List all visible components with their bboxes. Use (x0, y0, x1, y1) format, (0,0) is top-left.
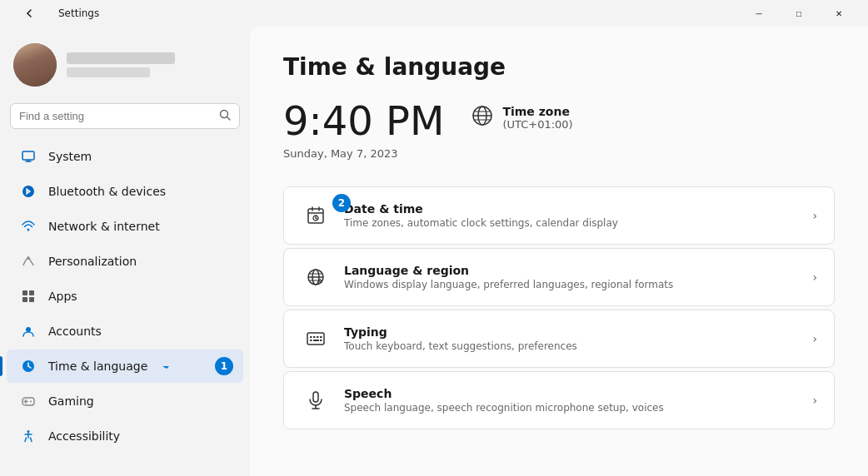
svg-line-35 (316, 218, 317, 219)
current-time: 9:40 PM (283, 101, 444, 141)
titlebar-left: Settings (10, 0, 99, 27)
sidebar-item-time-label: Time & language (48, 359, 147, 373)
sidebar-item-network-label: Network & internet (48, 220, 160, 233)
sidebar: System Bluetooth & devices Network & (0, 27, 250, 476)
card-speech-text: Speech Speech language, speech recogniti… (344, 387, 806, 414)
page-title: Time & language (283, 53, 835, 81)
badge-arrow-icon (162, 360, 174, 372)
profile-name (67, 52, 175, 64)
svg-rect-47 (310, 340, 312, 341)
sidebar-item-system-label: System (48, 150, 92, 163)
card-language-region-text: Language & region Windows display langua… (344, 264, 806, 290)
search-input[interactable] (19, 110, 212, 122)
minimize-button[interactable]: ─ (740, 0, 778, 27)
svg-rect-43 (310, 336, 312, 338)
card-typing-desc: Touch keyboard, text suggestions, prefer… (344, 340, 806, 352)
back-button[interactable] (10, 0, 48, 27)
svg-rect-8 (22, 290, 27, 295)
svg-point-12 (26, 327, 31, 332)
svg-point-7 (27, 256, 30, 260)
sidebar-item-gaming[interactable]: Gaming (7, 384, 243, 418)
time-badge: 1 (215, 357, 233, 375)
svg-rect-49 (320, 340, 322, 341)
svg-rect-46 (320, 336, 322, 338)
timezone-info: Time zone (UTC+01:00) (471, 101, 572, 131)
search-box[interactable] (10, 103, 240, 129)
sidebar-item-system[interactable]: System (7, 140, 243, 173)
svg-rect-45 (317, 336, 319, 338)
timezone-value: (UTC+01:00) (502, 118, 572, 131)
system-icon (20, 148, 37, 165)
card-speech-title: Speech (344, 387, 806, 400)
timezone-icon (471, 104, 494, 131)
svg-rect-48 (313, 340, 319, 341)
svg-rect-11 (29, 297, 34, 302)
card-typing-title: Typing (344, 325, 806, 339)
profile-section (0, 33, 250, 100)
svg-rect-42 (307, 333, 324, 345)
sidebar-item-personalization-label: Personalization (48, 255, 137, 268)
timezone-text: Time zone (UTC+01:00) (502, 105, 572, 131)
card-typing-text: Typing Touch keyboard, text suggestions,… (344, 325, 806, 352)
sidebar-item-apps-label: Apps (48, 290, 77, 303)
svg-point-20 (30, 401, 32, 403)
sidebar-item-bluetooth-label: Bluetooth & devices (48, 185, 166, 198)
card-typing[interactable]: Typing Touch keyboard, text suggestions,… (283, 310, 835, 368)
card-date-time-icon-wrapper: 2 (301, 201, 344, 231)
svg-point-6 (27, 229, 30, 231)
svg-rect-10 (22, 297, 27, 302)
date-time-badge: 2 (332, 194, 351, 212)
network-icon (20, 218, 37, 235)
maximize-button[interactable]: □ (780, 0, 818, 27)
svg-rect-9 (29, 290, 34, 295)
card-date-time[interactable]: 2 Date & time Time zones, automatic cloc… (283, 186, 835, 245)
timezone-label: Time zone (502, 105, 572, 118)
svg-text:A: A (318, 278, 322, 284)
sidebar-item-personalization[interactable]: Personalization (7, 245, 243, 278)
card-language-region-desc: Windows display language, preferred lang… (344, 279, 806, 290)
sidebar-item-accessibility-label: Accessibility (48, 429, 120, 443)
sidebar-item-accessibility[interactable]: Accessibility (7, 419, 243, 453)
personalization-icon (20, 253, 37, 270)
search-icon (219, 109, 231, 123)
sidebar-item-accounts[interactable]: Accounts (7, 315, 243, 348)
card-date-time-desc: Time zones, automatic clock settings, ca… (344, 217, 806, 229)
card-speech[interactable]: Speech Speech language, speech recogniti… (283, 371, 835, 429)
svg-line-1 (227, 117, 231, 121)
accounts-icon (20, 323, 37, 340)
sidebar-item-accounts-label: Accounts (48, 325, 102, 338)
card-language-region-title: Language & region (344, 264, 806, 277)
language-region-icon: A (301, 262, 331, 292)
avatar (13, 43, 57, 87)
svg-marker-16 (162, 364, 169, 369)
speech-icon (301, 385, 331, 415)
sidebar-item-time[interactable]: Time & language 1 (7, 350, 243, 383)
profile-email (67, 67, 150, 77)
close-button[interactable]: ✕ (820, 0, 858, 27)
typing-icon (301, 324, 331, 354)
card-date-time-text: Date & time Time zones, automatic clock … (344, 202, 806, 229)
app-body: System Bluetooth & devices Network & (0, 27, 868, 476)
current-date: Sunday, May 7, 2023 (283, 147, 444, 160)
titlebar: Settings ─ □ ✕ (0, 0, 868, 27)
gaming-icon (20, 393, 37, 409)
sidebar-item-gaming-label: Gaming (48, 394, 94, 408)
card-speech-desc: Speech language, speech recognition micr… (344, 402, 806, 414)
card-date-time-chevron: › (812, 209, 817, 222)
date-time-icon (301, 201, 331, 231)
profile-info (67, 52, 175, 77)
svg-rect-44 (313, 336, 316, 338)
titlebar-controls: ─ □ ✕ (740, 0, 858, 27)
card-date-time-title: Date & time (344, 202, 806, 216)
avatar-image (13, 43, 57, 87)
card-language-region-chevron: › (812, 270, 817, 284)
sidebar-item-bluetooth[interactable]: Bluetooth & devices (7, 175, 243, 208)
bluetooth-icon (20, 183, 37, 200)
time-icon (20, 358, 37, 374)
time-date-block: 9:40 PM Sunday, May 7, 2023 (283, 101, 444, 160)
sidebar-item-apps[interactable]: Apps (7, 280, 243, 313)
accessibility-icon (20, 428, 37, 444)
card-language-region[interactable]: A Language & region Windows display lang… (283, 248, 835, 306)
sidebar-item-network[interactable]: Network & internet (7, 210, 243, 243)
main-content: Time & language 9:40 PM Sunday, May 7, 2… (250, 27, 868, 476)
